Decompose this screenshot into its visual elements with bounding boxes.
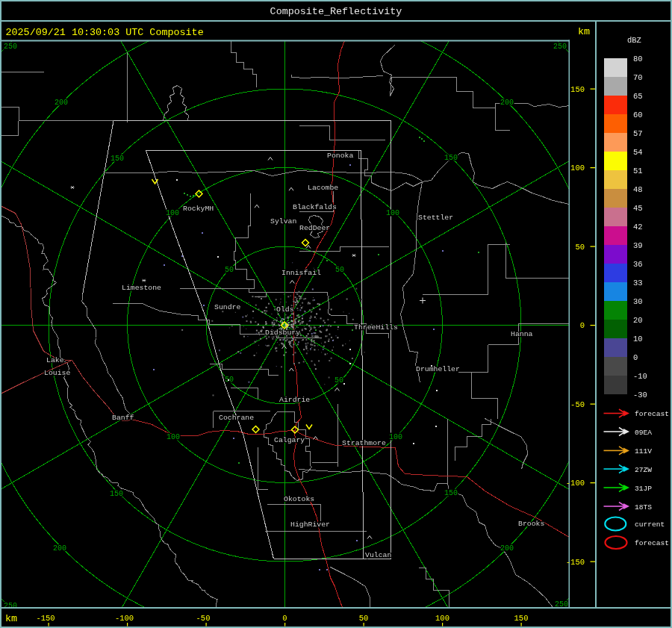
svg-text:km: km [5, 613, 17, 624]
svg-text:111V: 111V [635, 447, 652, 456]
svg-text:0: 0 [633, 353, 638, 362]
svg-text:65: 65 [633, 92, 643, 101]
svg-text:-30: -30 [633, 391, 647, 400]
svg-text:Louise: Louise [44, 369, 70, 377]
svg-text:50: 50 [359, 614, 369, 623]
svg-text:09EA: 09EA [635, 429, 652, 437]
svg-text:50: 50 [225, 266, 234, 274]
svg-text:dBZ: dBZ [627, 36, 641, 45]
svg-text:-10: -10 [633, 372, 647, 381]
svg-text:200: 200 [53, 544, 66, 553]
svg-text:Stettler: Stettler [418, 214, 453, 222]
svg-text:250: 250 [553, 43, 567, 51]
svg-text:-100: -100 [566, 479, 585, 488]
svg-text:100: 100 [386, 209, 399, 217]
svg-text:Olds: Olds [276, 305, 294, 314]
svg-text:100: 100 [435, 614, 449, 623]
svg-text:ThreeHills: ThreeHills [354, 323, 398, 332]
svg-text:51: 51 [633, 167, 643, 175]
svg-text:Cochrane: Cochrane [219, 414, 254, 422]
svg-text:-100: -100 [115, 614, 134, 623]
svg-text:-50: -50 [196, 614, 211, 623]
svg-text:150: 150 [570, 85, 585, 94]
svg-text:33: 33 [633, 279, 643, 287]
svg-text:54: 54 [633, 148, 643, 157]
svg-text:18TS: 18TS [635, 503, 652, 512]
svg-text:Vulcan: Vulcan [365, 551, 391, 559]
svg-text:Limestone: Limestone [122, 284, 161, 292]
svg-text:50: 50 [575, 243, 585, 252]
svg-text:150: 150 [444, 489, 458, 497]
svg-text:45: 45 [633, 204, 643, 213]
svg-text:0: 0 [282, 614, 287, 623]
svg-text:30: 30 [633, 297, 643, 306]
svg-text:150: 150 [111, 155, 124, 163]
svg-text:2025/09/21 10:30:03 UTC Compos: 2025/09/21 10:30:03 UTC Composite [6, 27, 204, 38]
svg-text:Banff: Banff [112, 414, 134, 422]
svg-text:200: 200 [55, 99, 68, 107]
svg-text:Innisfail: Innisfail [281, 269, 321, 277]
svg-text:39: 39 [633, 241, 643, 250]
svg-text:Drumheller: Drumheller [416, 365, 460, 373]
svg-text:60: 60 [633, 111, 643, 119]
svg-text:250: 250 [555, 600, 568, 609]
svg-text:Didsbury: Didsbury [265, 329, 300, 337]
svg-text:27ZW: 27ZW [635, 466, 652, 474]
svg-text:RedDeer: RedDeer [299, 224, 330, 232]
svg-text:10: 10 [633, 335, 643, 343]
svg-text:48: 48 [633, 185, 643, 194]
svg-text:Sundre: Sundre [214, 303, 240, 311]
svg-text:-150: -150 [566, 558, 585, 567]
svg-text:150: 150 [514, 614, 529, 623]
svg-text:Okotoks: Okotoks [284, 495, 314, 503]
svg-text:250: 250 [4, 43, 17, 51]
svg-text:Lake: Lake [46, 356, 64, 364]
svg-text:forecast: forecast [635, 539, 669, 547]
svg-text:20: 20 [633, 316, 643, 325]
svg-text:150: 150 [110, 490, 123, 498]
svg-text:Hanna: Hanna [511, 330, 533, 338]
svg-text:50: 50 [335, 266, 344, 274]
svg-text:100: 100 [570, 164, 585, 172]
svg-text:-50: -50 [570, 400, 585, 409]
svg-text:150: 150 [444, 154, 458, 162]
svg-text:36: 36 [633, 260, 643, 269]
svg-text:Composite_Reflectivity: Composite_Reflectivity [270, 6, 402, 17]
svg-text:70: 70 [633, 73, 643, 82]
svg-text:100: 100 [167, 433, 180, 441]
svg-text:Ponoka: Ponoka [327, 152, 353, 160]
svg-text:200: 200 [500, 99, 514, 107]
svg-text:Lacombe: Lacombe [308, 184, 338, 192]
svg-text:100: 100 [166, 209, 179, 217]
svg-text:Brooks: Brooks [518, 520, 544, 528]
svg-text:km: km [578, 26, 590, 37]
svg-text:HighRiver: HighRiver [290, 520, 330, 529]
svg-text:Calgary: Calgary [274, 436, 305, 444]
svg-text:42: 42 [633, 223, 643, 231]
svg-text:Blackfalds: Blackfalds [293, 203, 337, 211]
svg-text:RockyMH: RockyMH [183, 205, 214, 213]
svg-text:31JP: 31JP [635, 485, 652, 493]
svg-text:Airdrie: Airdrie [279, 396, 310, 404]
svg-text:50: 50 [335, 376, 343, 385]
svg-text:-150: -150 [36, 614, 55, 623]
svg-text:57: 57 [633, 129, 643, 138]
svg-text:100: 100 [389, 433, 402, 441]
svg-text:current: current [635, 520, 665, 529]
svg-text:Sylvan: Sylvan [270, 217, 296, 226]
svg-text:200: 200 [500, 544, 514, 553]
svg-text:Strathmore: Strathmore [342, 439, 386, 447]
svg-text:forecast: forecast [635, 410, 669, 418]
svg-text:80: 80 [633, 55, 643, 63]
svg-text:0: 0 [580, 321, 585, 330]
